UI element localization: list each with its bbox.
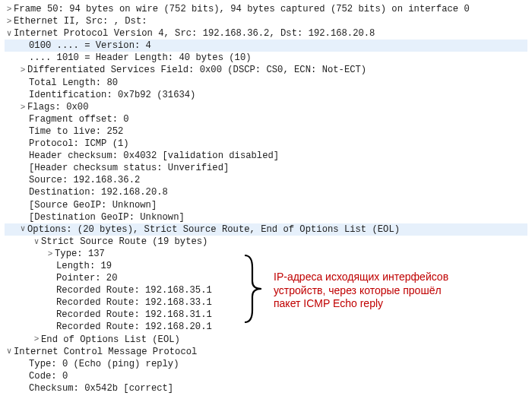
ssr-row[interactable]: ∨ Strict Source Route (19 bytes) bbox=[5, 236, 527, 248]
rr2-row[interactable]: Recorded Route: 192.168.33.1 bbox=[5, 296, 527, 309]
ip-proto-row[interactable]: Protocol: ICMP (1) bbox=[5, 138, 527, 150]
ip-ident-row[interactable]: Identification: 0x7b92 (31634) bbox=[5, 89, 527, 101]
ethernet-row[interactable]: > Ethernet II, Src: , Dst: bbox=[5, 15, 527, 27]
ip-version-text: 0100 .... = Version: 4 bbox=[29, 40, 151, 52]
rr4-row[interactable]: Recorded Route: 192.168.20.1 bbox=[5, 321, 527, 333]
chevron-down-icon[interactable]: ∨ bbox=[5, 28, 14, 40]
ip-options-row[interactable]: ∨ Options: (20 bytes), Strict Source Rou… bbox=[5, 223, 527, 236]
ssr-ptr-text: Pointer: 20 bbox=[56, 272, 117, 284]
ip-flags-text: Flags: 0x00 bbox=[27, 101, 88, 113]
ssr-len-text: Length: 19 bbox=[56, 260, 112, 272]
ip-totlen-text: Total Length: 80 bbox=[29, 77, 118, 89]
ip-hdrlen-text: .... 1010 = Header Length: 40 bytes (10) bbox=[29, 52, 252, 64]
ip-srcgeo-text: [Source GeoIP: Unknown] bbox=[29, 199, 157, 211]
rr1-row[interactable]: Recorded Route: 192.168.35.1 bbox=[5, 284, 527, 296]
icmp-type-text: Type: 0 (Echo (ping) reply) bbox=[29, 358, 179, 370]
ip-chkstat-text: [Header checksum status: Unverified] bbox=[29, 162, 229, 174]
icmp-text: Internet Control Message Protocol bbox=[14, 346, 197, 358]
ssr-len-row[interactable]: Length: 19 bbox=[5, 260, 527, 272]
ip-src-row[interactable]: Source: 192.168.36.2 bbox=[5, 174, 527, 186]
ip-options-text: Options: (20 bytes), Strict Source Route… bbox=[27, 223, 400, 236]
eol-text: End of Options List (EOL) bbox=[41, 334, 180, 346]
icmp-row[interactable]: ∨ Internet Control Message Protocol bbox=[5, 346, 527, 358]
ip-srcgeo-row[interactable]: [Source GeoIP: Unknown] bbox=[5, 199, 527, 211]
rr3-row[interactable]: Recorded Route: 192.168.31.1 bbox=[5, 309, 527, 321]
ip-flags-row[interactable]: > Flags: 0x00 bbox=[5, 101, 527, 113]
ip-dst-row[interactable]: Destination: 192.168.20.8 bbox=[5, 186, 527, 198]
chevron-down-icon[interactable]: ∨ bbox=[32, 236, 41, 248]
ip-hdrlen-row[interactable]: .... 1010 = Header Length: 40 bytes (10) bbox=[5, 52, 527, 64]
ssr-ptr-row[interactable]: Pointer: 20 bbox=[5, 272, 527, 284]
ip-text: Internet Protocol Version 4, Src: 192.16… bbox=[14, 27, 375, 40]
ip-dstgeo-text: [Destination GeoIP: Unknown] bbox=[29, 211, 185, 223]
ip-dst-text: Destination: 192.168.20.8 bbox=[29, 186, 168, 198]
eol-row[interactable]: > End of Options List (EOL) bbox=[5, 334, 527, 346]
ip-fragoff-row[interactable]: Fragment offset: 0 bbox=[5, 113, 527, 125]
chevron-right-icon[interactable]: > bbox=[5, 16, 14, 27]
ethernet-text: Ethernet II, Src: , Dst: bbox=[14, 15, 147, 27]
rr3-text: Recorded Route: 192.168.31.1 bbox=[56, 309, 212, 321]
chevron-right-icon[interactable]: > bbox=[46, 249, 55, 260]
icmp-type-row[interactable]: Type: 0 (Echo (ping) reply) bbox=[5, 358, 527, 370]
ip-chkstat-row[interactable]: [Header checksum status: Unverified] bbox=[5, 162, 527, 174]
ip-row[interactable]: ∨ Internet Protocol Version 4, Src: 192.… bbox=[5, 27, 527, 40]
packet-tree: > Frame 50: 94 bytes on wire (752 bits),… bbox=[5, 3, 527, 394]
frame-row[interactable]: > Frame 50: 94 bytes on wire (752 bits),… bbox=[5, 3, 527, 15]
ip-ttl-text: Time to live: 252 bbox=[29, 125, 123, 138]
ip-dstgeo-row[interactable]: [Destination GeoIP: Unknown] bbox=[5, 211, 527, 223]
ip-totlen-row[interactable]: Total Length: 80 bbox=[5, 77, 527, 89]
ip-dsf-text: Differentiated Services Field: 0x00 (DSC… bbox=[27, 64, 366, 76]
frame-text: Frame 50: 94 bytes on wire (752 bits), 9… bbox=[14, 3, 470, 15]
icmp-chksum-text: Checksum: 0x542b [correct] bbox=[29, 382, 173, 394]
ip-version-row[interactable]: 0100 .... = Version: 4 bbox=[5, 40, 527, 52]
icmp-chksum-row[interactable]: Checksum: 0x542b [correct] bbox=[5, 382, 527, 394]
ssr-type-text: Type: 137 bbox=[55, 248, 105, 260]
chevron-down-icon[interactable]: ∨ bbox=[18, 223, 27, 235]
ssr-text: Strict Source Route (19 bytes) bbox=[41, 236, 207, 248]
ssr-type-row[interactable]: > Type: 137 bbox=[5, 248, 527, 260]
rr2-text: Recorded Route: 192.168.33.1 bbox=[56, 296, 212, 309]
ip-dsf-row[interactable]: > Differentiated Services Field: 0x00 (D… bbox=[5, 64, 527, 76]
ip-ttl-row[interactable]: Time to live: 252 bbox=[5, 125, 527, 138]
ip-ident-text: Identification: 0x7b92 (31634) bbox=[29, 89, 195, 101]
ip-chksum-row[interactable]: Header checksum: 0x4032 [validation disa… bbox=[5, 150, 527, 162]
chevron-down-icon[interactable]: ∨ bbox=[5, 346, 14, 357]
ip-proto-text: Protocol: ICMP (1) bbox=[29, 138, 129, 150]
chevron-right-icon[interactable]: > bbox=[18, 102, 27, 113]
ip-fragoff-text: Fragment offset: 0 bbox=[29, 113, 129, 125]
ip-src-text: Source: 192.168.36.2 bbox=[29, 174, 140, 186]
chevron-right-icon[interactable]: > bbox=[5, 4, 14, 15]
icmp-code-row[interactable]: Code: 0 bbox=[5, 370, 527, 382]
rr1-text: Recorded Route: 192.168.35.1 bbox=[56, 284, 212, 296]
chevron-right-icon[interactable]: > bbox=[32, 334, 41, 345]
ip-chksum-text: Header checksum: 0x4032 [validation disa… bbox=[29, 150, 279, 162]
rr4-text: Recorded Route: 192.168.20.1 bbox=[56, 321, 212, 333]
icmp-code-text: Code: 0 bbox=[29, 370, 68, 382]
chevron-right-icon[interactable]: > bbox=[18, 65, 27, 76]
